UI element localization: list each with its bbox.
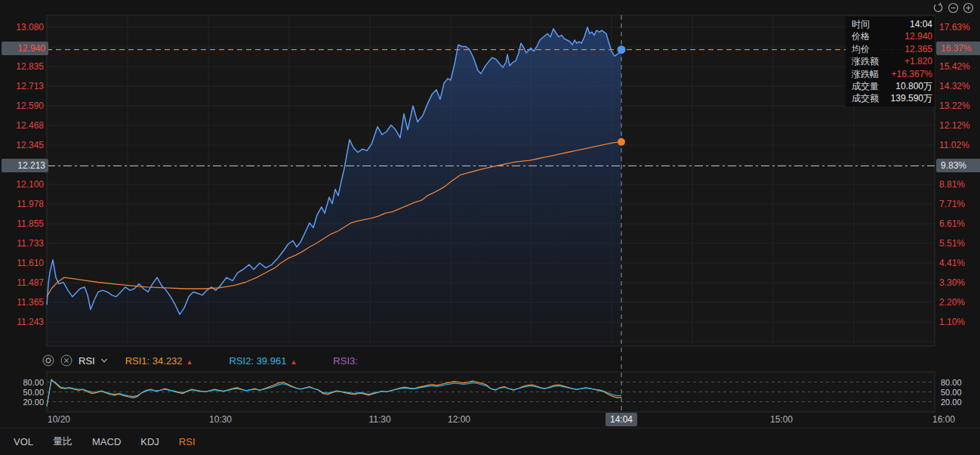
right-axis-label: 17.63% (939, 20, 978, 34)
time-axis-label: 15:00 (770, 413, 793, 426)
left-axis-label: 12.835 (0, 60, 44, 73)
quote-info-panel: 时间14:04价格12.940均价12.365涨跌额+1.820涨跌幅+16.3… (846, 17, 935, 107)
info-row: 成交量10.800万 (846, 80, 935, 92)
right-axis-label: 5.51% (939, 237, 978, 250)
info-label: 价格 (852, 30, 870, 42)
right-axis-label: 4.41% (939, 256, 978, 270)
rsi-right-axis-label: 80.00 (941, 377, 978, 387)
rsi-right-axis-label: 50.00 (941, 387, 978, 397)
zoom-in-icon[interactable] (963, 2, 974, 14)
info-value: 12.365 (904, 43, 932, 55)
left-axis-label: 12.713 (0, 79, 44, 93)
left-axis-label: 11.610 (0, 256, 44, 270)
right-axis-label: 13.22% (939, 99, 978, 113)
left-axis-label: 11.243 (0, 315, 44, 329)
right-axis-label: 8.81% (939, 178, 978, 191)
indicator-name-label[interactable]: RSI (79, 355, 95, 367)
info-value: 14:04 (910, 18, 932, 30)
info-value: 139.590万 (891, 92, 932, 104)
left-axis-label: 13.080 (0, 20, 44, 34)
left-axis-label: 11.487 (0, 276, 44, 289)
tab-rsi[interactable]: RSI (179, 436, 196, 447)
info-label: 均价 (852, 43, 870, 55)
stock-trading-app: 13.08012.94012.83512.71312.59012.46812.3… (0, 0, 980, 455)
indicator-close-icon[interactable] (60, 354, 72, 367)
chevron-down-icon[interactable] (100, 356, 109, 365)
left-axis-label: 12.345 (0, 138, 44, 152)
tab-macd[interactable]: MACD (92, 436, 121, 447)
info-row: 均价12.365 (846, 43, 935, 55)
up-triangle-icon: ▲ (186, 358, 193, 366)
right-axis-label: 15.42% (939, 60, 978, 73)
info-label: 成交额 (852, 92, 879, 104)
left-axis-label-chip: 12.213 (2, 159, 48, 172)
right-axis-label: 14.32% (939, 79, 978, 93)
up-triangle-icon: ▲ (290, 358, 297, 366)
left-axis-label: 11.733 (0, 237, 44, 250)
rsi-left-axis-label: 80.00 (0, 377, 44, 387)
info-row: 涨跌幅+16.367% (846, 68, 935, 80)
price-endpoint-dot (618, 45, 626, 54)
indicator-tabbar: VOL量比MACDKDJRSI (14, 432, 196, 450)
info-row: 价格12.940 (846, 30, 935, 42)
info-value: 12.940 (904, 30, 932, 42)
left-axis-label: 12.590 (0, 99, 44, 113)
right-axis-label: 12.12% (939, 119, 978, 132)
zoom-out-icon[interactable] (948, 2, 959, 14)
right-axis-label-chip: 16.37% (936, 42, 980, 55)
rsi-left-axis-label: 50.00 (0, 387, 44, 397)
right-axis-label: 7.71% (939, 197, 978, 211)
info-label: 成交量 (852, 80, 879, 92)
info-value: +1.820 (904, 55, 932, 67)
bottom-divider (0, 428, 980, 429)
time-axis-label: 12:00 (448, 413, 470, 426)
left-axis-label-chip: 12.940 (2, 42, 48, 55)
left-axis-label: 12.100 (0, 178, 44, 191)
rsi-indicator-header: RSI RSI1: 34.232▲ RSI2: 39.961▲ RSI3: (42, 350, 358, 371)
rsi-left-axis-label: 20.00 (0, 397, 44, 407)
info-label: 涨跌额 (852, 55, 879, 67)
info-value: 10.800万 (895, 80, 932, 92)
indicator-settings-gear-icon[interactable] (42, 354, 54, 367)
rsi-right-axis-label: 20.00 (941, 397, 978, 407)
time-axis-label: 10:30 (209, 413, 232, 426)
right-axis-label-chip: 9.83% (936, 159, 980, 172)
rsi3-value: RSI3: (333, 355, 358, 367)
time-axis-label: 10/20 (48, 413, 70, 426)
time-axis-label: 11:30 (368, 413, 390, 426)
tab-liangbi[interactable]: 量比 (53, 435, 72, 448)
time-axis-label: 16:00 (932, 413, 955, 426)
info-row: 时间14:04 (846, 18, 935, 30)
chart-zoom-controls (932, 2, 974, 14)
right-axis-label: 3.30% (939, 276, 978, 289)
rsi1-value: RSI1: 34.232▲ (125, 355, 193, 367)
info-row: 涨跌额+1.820 (846, 55, 935, 67)
average-endpoint-dot (618, 138, 625, 146)
right-axis-label: 1.10% (939, 315, 978, 329)
reset-zoom-icon[interactable] (932, 2, 944, 14)
info-label: 涨跌幅 (852, 68, 879, 80)
right-axis-label: 2.20% (939, 296, 978, 309)
intraday-price-chart[interactable] (0, 0, 980, 455)
right-axis-label: 6.61% (939, 217, 978, 231)
rsi2-value: RSI2: 39.961▲ (230, 355, 297, 367)
left-axis-label: 11.855 (0, 217, 44, 231)
info-value: +16.367% (892, 68, 932, 80)
left-axis-label: 11.365 (0, 296, 44, 309)
info-label: 时间 (852, 18, 870, 30)
left-axis-label: 12.468 (0, 119, 44, 132)
tab-vol[interactable]: VOL (14, 436, 33, 447)
right-axis-label: 11.02% (939, 138, 978, 152)
crosshair-time-chip: 14:04 (606, 413, 637, 426)
left-axis-label: 11.978 (0, 197, 44, 211)
info-row: 成交额139.590万 (846, 92, 935, 104)
tab-kdj[interactable]: KDJ (140, 436, 159, 447)
